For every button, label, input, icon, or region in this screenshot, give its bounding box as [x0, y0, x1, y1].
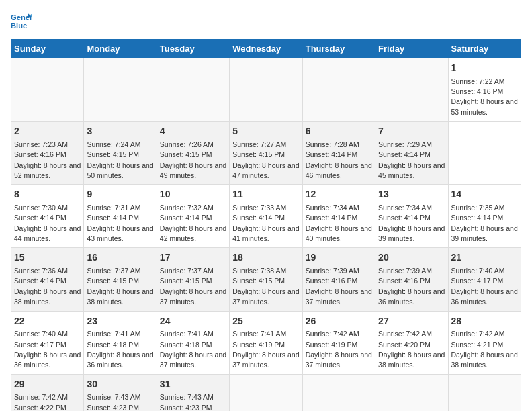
empty-cell [448, 374, 521, 411]
day-info: Sunrise: 7:43 AMSunset: 4:23 PMDaylight:… [87, 393, 153, 411]
day-cell-24: 24Sunrise: 7:41 AMSunset: 4:18 PMDayligh… [157, 311, 229, 374]
day-number: 4 [160, 125, 226, 138]
day-cell-3: 3Sunrise: 7:24 AMSunset: 4:15 PMDaylight… [84, 122, 157, 185]
day-number: 26 [306, 315, 372, 328]
day-cell-8: 8Sunrise: 7:30 AMSunset: 4:14 PMDaylight… [11, 185, 84, 248]
day-number: 19 [306, 251, 372, 265]
day-info: Sunrise: 7:28 AMSunset: 4:14 PMDaylight:… [306, 140, 372, 179]
day-info: Sunrise: 7:40 AMSunset: 4:17 PMDaylight:… [14, 330, 81, 369]
day-cell-26: 26Sunrise: 7:42 AMSunset: 4:19 PMDayligh… [302, 311, 375, 374]
day-number: 24 [160, 315, 226, 328]
day-info: Sunrise: 7:34 AMSunset: 4:14 PMDaylight:… [306, 203, 372, 242]
day-number: 30 [87, 378, 153, 392]
day-number: 21 [451, 251, 518, 265]
day-cell-2: 2Sunrise: 7:23 AMSunset: 4:16 PMDaylight… [11, 122, 84, 185]
day-cell-21: 21Sunrise: 7:40 AMSunset: 4:17 PMDayligh… [448, 248, 521, 311]
day-cell-5: 5Sunrise: 7:27 AMSunset: 4:15 PMDaylight… [230, 122, 302, 185]
day-info: Sunrise: 7:41 AMSunset: 4:18 PMDaylight:… [87, 330, 153, 369]
week-row-6: 29Sunrise: 7:42 AMSunset: 4:22 PMDayligh… [11, 374, 521, 411]
day-cell-22: 22Sunrise: 7:40 AMSunset: 4:17 PMDayligh… [11, 311, 84, 374]
logo: General Blue [11, 11, 35, 32]
day-info: Sunrise: 7:24 AMSunset: 4:15 PMDaylight:… [87, 140, 153, 179]
day-info: Sunrise: 7:38 AMSunset: 4:15 PMDaylight:… [232, 267, 299, 306]
empty-cell [375, 58, 448, 122]
day-cell-18: 18Sunrise: 7:38 AMSunset: 4:15 PMDayligh… [230, 248, 302, 311]
svg-text:Blue: Blue [11, 21, 27, 30]
day-cell-9: 9Sunrise: 7:31 AMSunset: 4:14 PMDaylight… [84, 185, 157, 248]
day-info: Sunrise: 7:22 AMSunset: 4:16 PMDaylight:… [451, 77, 518, 116]
logo-icon: General Blue [11, 11, 32, 32]
empty-cell [230, 58, 302, 122]
day-number: 31 [160, 378, 226, 392]
day-number: 25 [232, 315, 299, 328]
day-number: 17 [160, 251, 226, 265]
day-cell-28: 28Sunrise: 7:42 AMSunset: 4:21 PMDayligh… [448, 311, 521, 374]
page-header: General Blue [11, 11, 521, 32]
day-number: 27 [378, 315, 445, 328]
day-info: Sunrise: 7:27 AMSunset: 4:15 PMDaylight:… [232, 140, 299, 179]
day-cell-10: 10Sunrise: 7:32 AMSunset: 4:14 PMDayligh… [157, 185, 229, 248]
day-cell-11: 11Sunrise: 7:33 AMSunset: 4:14 PMDayligh… [230, 185, 302, 248]
header-tuesday: Tuesday [157, 40, 229, 58]
day-number: 3 [87, 125, 153, 138]
week-row-5: 22Sunrise: 7:40 AMSunset: 4:17 PMDayligh… [11, 311, 521, 374]
header-saturday: Saturday [448, 40, 521, 58]
day-info: Sunrise: 7:23 AMSunset: 4:16 PMDaylight:… [14, 140, 81, 179]
day-info: Sunrise: 7:33 AMSunset: 4:14 PMDaylight:… [232, 203, 299, 242]
day-number: 10 [160, 188, 226, 201]
day-cell-14: 14Sunrise: 7:35 AMSunset: 4:14 PMDayligh… [448, 185, 521, 248]
day-number: 9 [87, 188, 153, 201]
header-sunday: Sunday [11, 40, 84, 58]
week-row-2: 2Sunrise: 7:23 AMSunset: 4:16 PMDaylight… [11, 122, 521, 185]
day-info: Sunrise: 7:26 AMSunset: 4:15 PMDaylight:… [160, 140, 226, 179]
day-cell-16: 16Sunrise: 7:37 AMSunset: 4:15 PMDayligh… [84, 248, 157, 311]
day-cell-6: 6Sunrise: 7:28 AMSunset: 4:14 PMDaylight… [302, 122, 375, 185]
day-info: Sunrise: 7:43 AMSunset: 4:23 PMDaylight:… [160, 393, 226, 411]
day-number: 20 [378, 251, 445, 265]
day-info: Sunrise: 7:35 AMSunset: 4:14 PMDaylight:… [451, 203, 518, 242]
week-row-4: 15Sunrise: 7:36 AMSunset: 4:14 PMDayligh… [11, 248, 521, 311]
empty-cell [302, 374, 375, 411]
empty-cell [11, 58, 84, 122]
day-number: 8 [14, 188, 81, 201]
day-info: Sunrise: 7:29 AMSunset: 4:14 PMDaylight:… [378, 140, 445, 179]
day-cell-4: 4Sunrise: 7:26 AMSunset: 4:15 PMDaylight… [157, 122, 229, 185]
day-cell-31: 31Sunrise: 7:43 AMSunset: 4:23 PMDayligh… [157, 374, 229, 411]
day-number: 14 [451, 188, 518, 201]
day-number: 28 [451, 315, 518, 328]
day-number: 16 [87, 251, 153, 265]
day-info: Sunrise: 7:41 AMSunset: 4:18 PMDaylight:… [160, 330, 226, 369]
day-info: Sunrise: 7:37 AMSunset: 4:15 PMDaylight:… [160, 267, 226, 306]
day-cell-25: 25Sunrise: 7:41 AMSunset: 4:19 PMDayligh… [230, 311, 302, 374]
day-number: 7 [378, 125, 445, 138]
day-info: Sunrise: 7:41 AMSunset: 4:19 PMDaylight:… [232, 330, 299, 369]
empty-cell [302, 58, 375, 122]
day-info: Sunrise: 7:42 AMSunset: 4:21 PMDaylight:… [451, 330, 518, 369]
day-info: Sunrise: 7:36 AMSunset: 4:14 PMDaylight:… [14, 267, 81, 306]
day-number: 6 [306, 125, 372, 138]
day-info: Sunrise: 7:40 AMSunset: 4:17 PMDaylight:… [451, 267, 518, 306]
header-monday: Monday [84, 40, 157, 58]
day-info: Sunrise: 7:31 AMSunset: 4:14 PMDaylight:… [87, 203, 153, 242]
header-thursday: Thursday [302, 40, 375, 58]
day-cell-20: 20Sunrise: 7:39 AMSunset: 4:16 PMDayligh… [375, 248, 448, 311]
empty-cell [157, 58, 229, 122]
empty-cell [84, 58, 157, 122]
day-cell-13: 13Sunrise: 7:34 AMSunset: 4:14 PMDayligh… [375, 185, 448, 248]
day-cell-7: 7Sunrise: 7:29 AMSunset: 4:14 PMDaylight… [375, 122, 448, 185]
day-cell-30: 30Sunrise: 7:43 AMSunset: 4:23 PMDayligh… [84, 374, 157, 411]
day-info: Sunrise: 7:30 AMSunset: 4:14 PMDaylight:… [14, 203, 81, 242]
day-cell-17: 17Sunrise: 7:37 AMSunset: 4:15 PMDayligh… [157, 248, 229, 311]
day-number: 15 [14, 251, 81, 265]
day-cell-29: 29Sunrise: 7:42 AMSunset: 4:22 PMDayligh… [11, 374, 84, 411]
day-info: Sunrise: 7:34 AMSunset: 4:14 PMDaylight:… [378, 203, 445, 242]
week-row-1: 1Sunrise: 7:22 AMSunset: 4:16 PMDaylight… [11, 58, 521, 122]
day-info: Sunrise: 7:32 AMSunset: 4:14 PMDaylight:… [160, 203, 226, 242]
day-info: Sunrise: 7:39 AMSunset: 4:16 PMDaylight:… [378, 267, 445, 306]
day-number: 5 [232, 125, 299, 138]
day-cell-23: 23Sunrise: 7:41 AMSunset: 4:18 PMDayligh… [84, 311, 157, 374]
day-number: 29 [14, 378, 81, 392]
week-row-3: 8Sunrise: 7:30 AMSunset: 4:14 PMDaylight… [11, 185, 521, 248]
day-cell-27: 27Sunrise: 7:42 AMSunset: 4:20 PMDayligh… [375, 311, 448, 374]
empty-cell [230, 374, 302, 411]
